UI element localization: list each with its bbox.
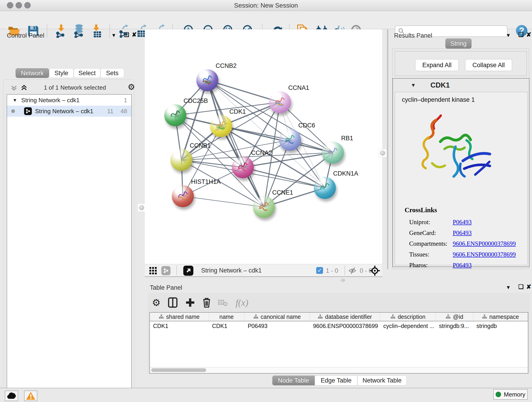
edge-HIST1H1A-CCNE1[interactable]: [183, 196, 264, 207]
network-node-CDC6[interactable]: [279, 129, 301, 151]
tab-style[interactable]: Style: [49, 68, 74, 78]
network-row-label: String Network – cdk1: [35, 108, 93, 115]
network-node-CCNA1[interactable]: [269, 91, 291, 113]
column-header-canonical-name[interactable]: canonical name: [244, 313, 310, 321]
left-splitter-handle[interactable]: [138, 204, 146, 212]
node-structure-icon: [196, 69, 218, 91]
results-panel-close-icon[interactable]: ✘: [526, 31, 531, 38]
tab-select[interactable]: Select: [74, 68, 100, 78]
node-label-CCNB2: CCNB2: [215, 62, 237, 70]
delete-column-trash-icon[interactable]: [200, 296, 213, 309]
control-panel-close-icon[interactable]: ✘: [132, 31, 137, 38]
crosslink-link[interactable]: P06493: [453, 262, 472, 269]
table-cell[interactable]: stringdb:9...: [436, 322, 473, 330]
network-selection-row: 1 of 1 Network selected ⚙: [8, 83, 129, 92]
network-node-CCNB2[interactable]: [196, 69, 218, 91]
function-builder-icon[interactable]: f(x): [233, 296, 251, 309]
table-cell[interactable]: CDK1: [150, 322, 209, 330]
control-panel-maximize-icon[interactable]: ❑: [124, 31, 129, 38]
expand-all-button[interactable]: Expand All: [415, 59, 459, 71]
tree-expand-icon[interactable]: ▼: [13, 98, 17, 103]
table-panel-float-icon[interactable]: ▾: [507, 284, 510, 291]
gene-description: cyclin–dependent kinase 1: [402, 96, 475, 103]
scrollbar-thumb[interactable]: [151, 368, 206, 372]
results-panel-float-icon[interactable]: ▾: [507, 32, 510, 39]
tab-edge-table[interactable]: Edge Table: [315, 375, 357, 385]
network-edge-count: 48: [120, 108, 127, 115]
show-columns-icon[interactable]: [166, 296, 179, 309]
column-header-shared-name[interactable]: shared name: [150, 313, 209, 321]
grid-view-icon[interactable]: [149, 267, 157, 275]
horizontal-splitter-handle[interactable]: [341, 279, 345, 282]
column-header-label: shared name: [166, 313, 200, 320]
tab-network[interactable]: Network: [16, 68, 49, 78]
table-panel-maximize-icon[interactable]: ❑: [518, 283, 524, 290]
crosslink-link[interactable]: P06493: [453, 219, 472, 226]
network-canvas[interactable]: CCNB2CCNA1CDC25BCDK1CDC6RB1CCNB1CCNA2CDK…: [145, 29, 382, 264]
node-label-CDC6: CDC6: [298, 122, 315, 129]
control-panel-float-icon[interactable]: ▾: [112, 32, 115, 39]
column-network-icon: [390, 314, 395, 319]
crosslink-row: Uniprot:P06493: [409, 219, 524, 229]
table-cell[interactable]: 9606.ENSP00000378699: [310, 322, 380, 330]
table-cell[interactable]: P06493: [244, 322, 310, 330]
right-splitter-handle[interactable]: [379, 149, 387, 157]
table-row[interactable]: CDK1CDK1P064939606.ENSP00000378699cyclin…: [150, 322, 528, 330]
table-cell[interactable]: stringdb: [473, 322, 528, 330]
network-collection-row[interactable]: ▼ String Network – cdk1 1: [7, 95, 131, 106]
tab-string[interactable]: String: [445, 38, 472, 49]
network-node-CDC25B[interactable]: [164, 104, 186, 126]
node-label-CDK1: CDK1: [229, 108, 246, 115]
collapse-all-icon[interactable]: [10, 84, 18, 91]
tab-node-table[interactable]: Node Table: [272, 375, 315, 385]
column-header--id[interactable]: @id: [436, 313, 473, 321]
network-row-selected[interactable]: String Network – cdk1 11 48: [7, 106, 131, 117]
column-network-icon: [318, 314, 323, 319]
crosslink-link[interactable]: 9606.ENSP00000378699: [453, 240, 516, 247]
column-header-name[interactable]: name: [209, 313, 244, 321]
collapse-all-button[interactable]: Collapse All: [465, 59, 512, 71]
table-cell[interactable]: cyclin–dependent ...: [380, 322, 436, 330]
memory-button[interactable]: Memory: [493, 389, 528, 400]
network-node-CCNA2[interactable]: [232, 156, 254, 178]
hidden-eye-slash-icon[interactable]: [348, 267, 357, 274]
collapse-entry-icon[interactable]: ▼: [411, 82, 416, 88]
network-node-CCNE1[interactable]: [253, 196, 275, 218]
tab-sets[interactable]: Sets: [100, 68, 124, 78]
string-view-icon[interactable]: [161, 266, 171, 275]
gene-result-card: ▼ CDK1 cyclin–dependent kinase 1: [393, 78, 530, 267]
network-node-CDK1[interactable]: [210, 115, 232, 137]
results-panel-maximize-icon[interactable]: ❑: [518, 31, 524, 38]
selected-checkbox-icon[interactable]: ✓: [316, 267, 323, 274]
selected-node-edge-counts: 1 - 0: [326, 267, 338, 274]
crosslink-link[interactable]: P06493: [453, 230, 472, 236]
crosslink-label: Uniprot:: [409, 219, 430, 225]
network-node-CDKN1A[interactable]: [314, 177, 336, 199]
gene-name: CDK1: [431, 81, 450, 89]
column-header-label: database identifier: [325, 313, 372, 320]
column-header-namespace[interactable]: namespace: [473, 313, 528, 321]
expand-all-icon[interactable]: [20, 84, 28, 91]
network-options-gear-icon[interactable]: ⚙: [128, 82, 135, 92]
network-node-HIST1H1A[interactable]: [172, 185, 194, 207]
edge-CCNB2-CCNE1[interactable]: [207, 80, 264, 207]
network-node-RB1[interactable]: [322, 142, 344, 164]
table-panel-close-icon[interactable]: ✘: [526, 283, 531, 290]
warnings-button[interactable]: [24, 390, 37, 401]
status-bar: Memory: [0, 388, 532, 402]
open-in-window-icon[interactable]: [183, 266, 193, 276]
table-horizontal-scrollbar[interactable]: [149, 367, 528, 374]
column-header-database-identifier[interactable]: database identifier: [310, 313, 380, 321]
fit-selected-crosshair-icon[interactable]: [370, 266, 380, 276]
table-cell[interactable]: CDK1: [209, 322, 244, 330]
main-toolbar: ?: [0, 11, 532, 29]
create-column-plus-icon[interactable]: [184, 296, 196, 309]
table-settings-gear-icon[interactable]: ⚙: [150, 296, 163, 309]
crosslink-link[interactable]: 9606.ENSP00000378699: [453, 251, 516, 258]
tab-network-table[interactable]: Network Table: [357, 375, 407, 385]
network-node-CCNB1[interactable]: [171, 149, 192, 171]
gene-card-header[interactable]: ▼ CDK1: [393, 79, 529, 92]
column-header-description[interactable]: description: [380, 313, 436, 321]
cloud-status-button[interactable]: [5, 390, 18, 401]
delete-table-icon[interactable]: [216, 296, 229, 309]
